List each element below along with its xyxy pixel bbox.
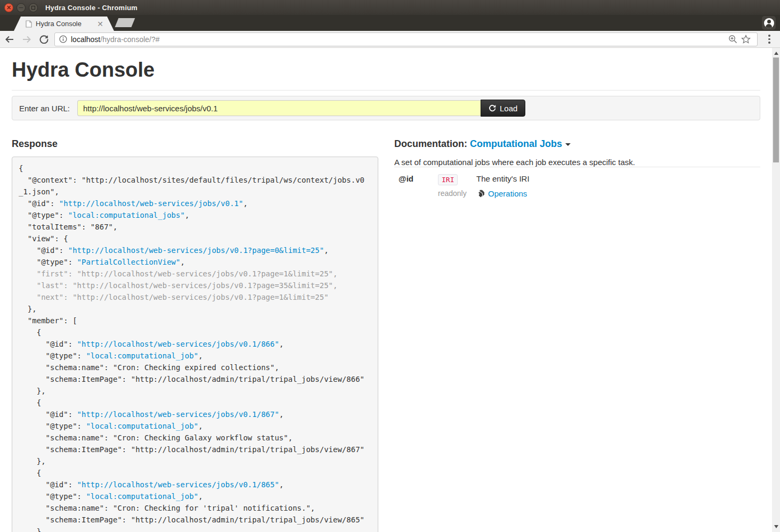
json-text: "member": [ xyxy=(19,316,77,325)
json-link[interactable]: "http://localhost/web-services/jobs/v0.1… xyxy=(59,199,243,208)
json-text: "first": "http://localhost/web-services/… xyxy=(19,269,337,278)
json-text: { xyxy=(19,164,23,173)
json-text: }, xyxy=(19,305,37,313)
json-text: , xyxy=(243,199,247,208)
documentation-class-dropdown[interactable]: Computational Jobs xyxy=(470,138,571,149)
property-row: @id IRI The entity's IRI readonly xyxy=(394,174,760,198)
zoom-button[interactable] xyxy=(726,32,739,47)
json-text: "@type": xyxy=(19,351,86,360)
url-host: localhost xyxy=(71,35,100,44)
json-link[interactable]: "http://localhost/web-services/jobs/v0.1… xyxy=(68,246,324,255)
documentation-panel: Documentation: Computational Jobs A set … xyxy=(394,138,760,532)
back-icon xyxy=(5,35,14,44)
json-link[interactable]: "local:computational_jobs" xyxy=(68,211,185,219)
page-scrollbar[interactable] xyxy=(772,48,780,532)
json-text: _1.json", xyxy=(19,187,59,196)
back-button[interactable] xyxy=(2,32,17,47)
response-panel: Response { "@context": "http://localhost… xyxy=(12,138,378,532)
window-titlebar: ✕ ─ Hydra Console - Chromium xyxy=(0,0,780,15)
property-name: @id xyxy=(399,174,438,185)
json-text: , xyxy=(198,422,202,430)
json-text: "totalItems": "867", xyxy=(19,223,117,231)
tab-strip: Hydra Console ✕ xyxy=(0,15,780,31)
scrollbar-down-icon[interactable] xyxy=(774,525,778,528)
forward-button[interactable] xyxy=(19,32,34,47)
json-text: { xyxy=(19,398,41,407)
page-title: Hydra Console xyxy=(12,59,760,81)
load-button-label: Load xyxy=(500,104,517,113)
url-form: Enter an URL: Load xyxy=(18,100,754,117)
window-close-icon[interactable]: ✕ xyxy=(4,3,13,12)
json-text: , xyxy=(279,340,283,348)
json-link[interactable]: "http://localhost/web-services/jobs/v0.1… xyxy=(77,480,279,489)
new-tab-button[interactable] xyxy=(115,18,135,27)
json-link[interactable]: "PartialCollectionView" xyxy=(77,258,181,266)
documentation-heading: Documentation: xyxy=(394,138,467,149)
json-text: "view": { xyxy=(19,234,68,243)
json-text: "@type": xyxy=(19,258,77,266)
json-text: }, xyxy=(19,387,46,395)
reload-button[interactable] xyxy=(36,32,51,47)
property-description: The entity's IRI xyxy=(476,174,760,185)
tags-icon xyxy=(476,190,485,198)
json-link[interactable]: "local:computational_job" xyxy=(86,492,198,501)
scrollbar-thumb[interactable] xyxy=(773,58,779,162)
json-text: , xyxy=(198,351,202,360)
window-minimize-icon[interactable]: ─ xyxy=(17,3,26,12)
scrollbar-up-icon[interactable] xyxy=(774,52,778,55)
forward-icon xyxy=(22,35,31,44)
window-maximize-icon[interactable] xyxy=(29,3,38,12)
json-text: , xyxy=(279,480,283,489)
json-text: }, xyxy=(19,457,46,465)
caret-down-icon xyxy=(565,143,571,146)
bookmark-button[interactable] xyxy=(739,32,753,47)
json-text: "@context": "http://localhost/sites/defa… xyxy=(19,176,364,184)
documentation-description: A set of computational jobs where each j… xyxy=(394,158,760,167)
json-text: { xyxy=(19,328,41,337)
json-text: "@id": xyxy=(19,246,68,255)
address-bar[interactable]: localhost/hydra-console/?# xyxy=(54,32,758,46)
json-text: "schema:name": "Cron: Checking for 'trip… xyxy=(19,504,315,512)
info-icon[interactable] xyxy=(59,35,67,43)
header-divider xyxy=(12,90,760,91)
star-icon xyxy=(741,35,751,44)
json-link[interactable]: "http://localhost/web-services/jobs/v0.1… xyxy=(77,410,279,419)
browser-toolbar: localhost/hydra-console/?# xyxy=(0,31,780,48)
operations-link[interactable]: Operations xyxy=(488,189,527,198)
json-text: "@id": xyxy=(19,340,77,348)
json-text: , xyxy=(180,258,184,266)
response-heading: Response xyxy=(12,138,378,150)
json-text: "@id": xyxy=(19,480,77,489)
json-link[interactable]: "local:computational_job" xyxy=(86,422,198,430)
property-type-badge: IRI xyxy=(438,174,458,185)
window-title: Hydra Console - Chromium xyxy=(45,4,137,12)
json-text: , xyxy=(324,246,328,255)
json-text: "schema:ItemPage": "http://localhost/adm… xyxy=(19,515,364,524)
json-link[interactable]: "http://localhost/web-services/jobs/v0.1… xyxy=(77,340,279,348)
response-json: { "@context": "http://localhost/sites/de… xyxy=(12,157,378,532)
json-text: "@type": xyxy=(19,422,86,430)
json-link[interactable]: "local:computational_job" xyxy=(86,351,198,360)
json-text: "schema:ItemPage": "http://localhost/adm… xyxy=(19,375,364,383)
browser-tab[interactable]: Hydra Console ✕ xyxy=(14,17,114,31)
json-text: "@type": xyxy=(19,211,68,219)
browser-menu-button[interactable] xyxy=(763,33,776,46)
tab-close-icon[interactable]: ✕ xyxy=(97,20,103,28)
json-text: { xyxy=(19,469,41,477)
json-text: "next": "http://localhost/web-services/j… xyxy=(19,293,329,301)
json-text: "@id": xyxy=(19,410,77,419)
json-text: "schema:name": "Cron: Checking expired c… xyxy=(19,363,279,372)
reload-icon xyxy=(39,35,48,44)
url-input-label: Enter an URL: xyxy=(18,104,77,113)
load-button[interactable]: Load xyxy=(481,100,525,117)
url-path: /hydra-console/?# xyxy=(100,35,159,44)
property-access: readonly xyxy=(438,189,476,198)
json-text: "last": "http://localhost/web-services/j… xyxy=(19,281,337,290)
profile-avatar-button[interactable] xyxy=(762,16,776,30)
api-url-input[interactable] xyxy=(77,100,481,116)
json-text: }, xyxy=(19,527,46,532)
tab-title: Hydra Console xyxy=(36,20,94,28)
browser-window: ✕ ─ Hydra Console - Chromium Hydra Conso… xyxy=(0,0,780,532)
json-text: , xyxy=(279,410,283,419)
refresh-icon xyxy=(489,104,496,112)
